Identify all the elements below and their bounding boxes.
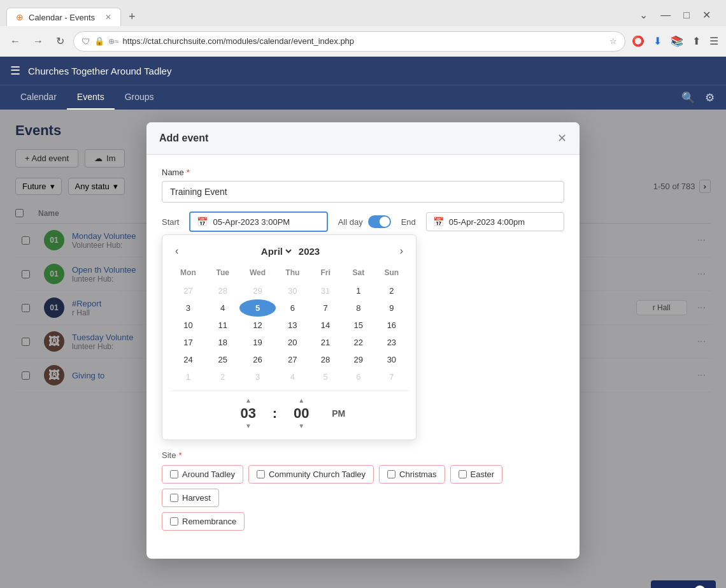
calendar-day[interactable]: 17 (170, 334, 206, 351)
back-button[interactable]: ← (6, 33, 24, 50)
calendar-day[interactable]: 15 (342, 317, 375, 334)
calendar-day[interactable]: 9 (375, 299, 408, 317)
calendar-day[interactable]: 5 (239, 299, 276, 317)
calendar-prev-button[interactable]: ‹ (170, 243, 183, 259)
support-question-icon: ? (694, 585, 706, 588)
calendar-day[interactable]: 3 (170, 299, 206, 317)
address-bar[interactable]: 🛡 🔒 ⊕≈ https://ctat.churchsuite.com/modu… (73, 31, 625, 52)
calendar-day[interactable]: 30 (276, 282, 309, 299)
minute-up-button[interactable]: ▲ (298, 398, 304, 404)
hour-input[interactable] (229, 405, 267, 422)
app-nav-icons: 🔍 ⚙ (680, 90, 716, 106)
reload-button[interactable]: ↻ (52, 32, 68, 50)
menu-icon[interactable]: ☰ (708, 34, 720, 48)
site-checkbox-around-tadley[interactable] (170, 470, 178, 478)
calendar-day[interactable]: 5 (309, 368, 342, 385)
calendar-day[interactable]: 1 (342, 282, 375, 299)
site-option-easter[interactable]: Easter (450, 465, 503, 484)
hour-down-button[interactable]: ▼ (245, 423, 252, 429)
site-option-remembrance[interactable]: Remembrance (162, 512, 245, 531)
bookmarks-icon[interactable]: 📚 (669, 34, 685, 48)
calendar-day[interactable]: 1 (170, 368, 206, 385)
hour-up-button[interactable]: ▲ (245, 398, 252, 404)
calendar-day[interactable]: 28 (206, 282, 239, 299)
browser-chevron-down[interactable]: ⌄ (636, 6, 651, 24)
browser-chrome: ⊕ Calendar - Events ✕ + ⌄ — □ ✕ ← → ↻ 🛡 … (0, 0, 726, 57)
nav-tab-calendar[interactable]: Calendar (10, 85, 67, 110)
support-button[interactable]: Support ? (651, 580, 716, 588)
calendar-day[interactable]: 30 (375, 351, 408, 368)
nav-tab-groups[interactable]: Groups (115, 85, 164, 110)
calendar-day[interactable]: 22 (342, 334, 375, 351)
calendar-day[interactable]: 3 (239, 368, 276, 385)
ampm-button[interactable]: PM (328, 406, 349, 421)
end-date-input[interactable]: 📅 05-Apr-2023 4:00pm (426, 212, 564, 231)
calendar-day[interactable]: 7 (309, 299, 342, 317)
calendar-day[interactable]: 21 (309, 334, 342, 351)
browser-maximize[interactable]: □ (680, 6, 694, 24)
minute-input[interactable] (282, 405, 320, 422)
calendar-day[interactable]: 4 (276, 368, 309, 385)
site-checkbox-easter[interactable] (459, 470, 467, 478)
calendar-day[interactable]: 12 (239, 317, 276, 334)
calendar-day[interactable]: 24 (170, 351, 206, 368)
add-event-modal: Add event ✕ Name * Start 📅 05-Apr-2023 3… (146, 122, 580, 559)
modal-close-button[interactable]: ✕ (557, 131, 567, 145)
hamburger-menu-icon[interactable]: ☰ (10, 64, 20, 78)
calendar-day[interactable]: 7 (375, 368, 408, 385)
browser-minimize[interactable]: — (657, 6, 674, 24)
site-option-harvest[interactable]: Harvest (162, 489, 219, 507)
calendar-day[interactable]: 29 (342, 351, 375, 368)
calendar-day[interactable]: 27 (276, 351, 309, 368)
calendar-day[interactable]: 2 (206, 368, 239, 385)
calendar-day[interactable]: 23 (375, 334, 408, 351)
bookmark-icon: ☆ (609, 36, 617, 46)
calendar-next-button[interactable]: › (395, 243, 408, 259)
calendar-day[interactable]: 29 (239, 282, 276, 299)
forward-button[interactable]: → (29, 33, 47, 50)
site-option-christmas[interactable]: Christmas (379, 465, 445, 484)
tab-close-button[interactable]: ✕ (105, 13, 111, 22)
new-tab-button[interactable]: + (124, 8, 141, 26)
calendar-day[interactable]: 6 (276, 299, 309, 317)
pocket-icon[interactable]: ⭕ (630, 34, 646, 48)
event-name-input[interactable] (162, 181, 564, 203)
minute-spinner: ▲ ▼ (282, 398, 320, 429)
minute-down-button[interactable]: ▼ (298, 423, 304, 429)
calendar-day[interactable]: 6 (342, 368, 375, 385)
calendar-day[interactable]: 13 (276, 317, 309, 334)
extensions-icon[interactable]: ⬆ (691, 34, 702, 48)
site-checkbox-community-church[interactable] (257, 470, 265, 478)
calendar-day[interactable]: 18 (206, 334, 239, 351)
site-option-around-tadley[interactable]: Around Tadley (162, 465, 243, 484)
browser-close[interactable]: ✕ (699, 6, 715, 24)
calendar-day[interactable]: 8 (342, 299, 375, 317)
calendar-day[interactable]: 10 (170, 317, 206, 334)
calendar-day[interactable]: 27 (170, 282, 206, 299)
calendar-day[interactable]: 2 (375, 282, 408, 299)
calendar-day[interactable]: 31 (309, 282, 342, 299)
site-checkbox-christmas[interactable] (387, 470, 395, 478)
month-select[interactable]: April (259, 245, 294, 257)
calendar-day[interactable]: 11 (206, 317, 239, 334)
calendar-day[interactable]: 4 (206, 299, 239, 317)
all-day-toggle[interactable] (368, 215, 391, 228)
site-option-community-church[interactable]: Community Church Tadley (248, 465, 374, 484)
nav-tab-events[interactable]: Events (67, 85, 115, 110)
calendar-day[interactable]: 28 (309, 351, 342, 368)
calendar-day[interactable]: 20 (276, 334, 309, 351)
start-date-input[interactable]: 📅 05-Apr-2023 3:00PM (189, 212, 327, 232)
site-checkbox-remembrance[interactable] (170, 517, 178, 526)
calendar-day[interactable]: 25 (206, 351, 239, 368)
calendar-day[interactable]: 16 (375, 317, 408, 334)
download-icon[interactable]: ⬇ (652, 34, 663, 48)
active-browser-tab[interactable]: ⊕ Calendar - Events ✕ (6, 8, 121, 26)
calendar-day[interactable]: 19 (239, 334, 276, 351)
site-checkbox-harvest[interactable] (170, 494, 178, 502)
calendar-day[interactable]: 14 (309, 317, 342, 334)
site-required: * (178, 450, 182, 460)
calendar-day[interactable]: 26 (239, 351, 276, 368)
search-icon[interactable]: 🔍 (680, 90, 696, 106)
security-shield-icon: 🛡 (82, 36, 90, 47)
settings-icon[interactable]: ⚙ (704, 90, 716, 106)
